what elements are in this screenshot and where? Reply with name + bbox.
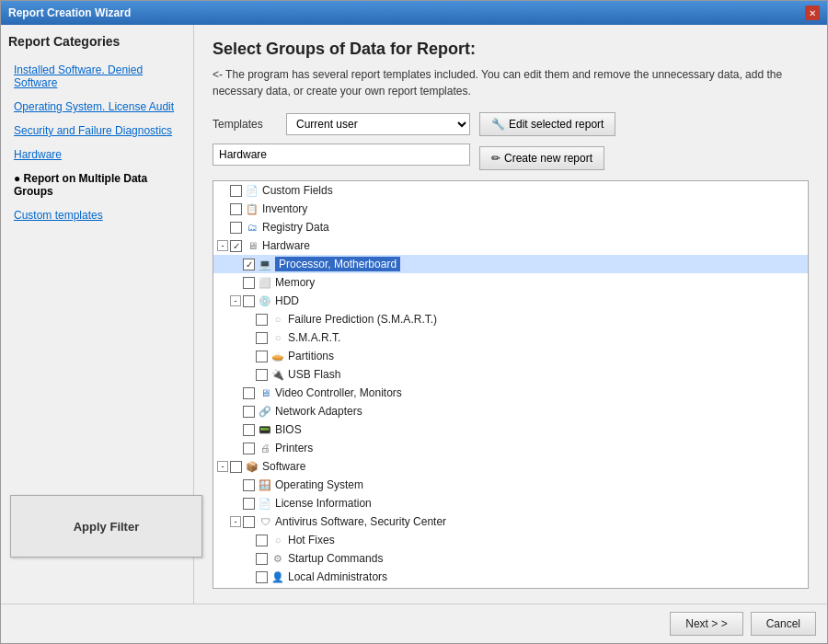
checkbox-partitions[interactable] <box>256 351 268 362</box>
report-name-input[interactable] <box>213 144 470 166</box>
checkbox-hardware[interactable] <box>230 240 242 252</box>
checkbox-smart[interactable] <box>256 332 268 344</box>
label-hot-fixes: Hot Fixes <box>288 534 335 546</box>
icon-usb-flash: 🔌 <box>270 367 285 382</box>
checkbox-startup-commands[interactable] <box>256 553 268 565</box>
checkbox-hot-fixes[interactable] <box>256 535 268 546</box>
checkbox-network-adapters[interactable] <box>243 406 255 418</box>
checkbox-printers[interactable] <box>243 443 255 454</box>
tree-item-antivirus[interactable]: - 🛡 Antivirus Software, Security Center <box>213 512 808 531</box>
tree-item-video-controller[interactable]: 🖥 Video Controller, Monitors <box>213 384 808 402</box>
tree-item-local-admins[interactable]: 👤 Local Administrators <box>213 568 808 586</box>
sidebar-item-hardware[interactable]: Hardware <box>8 144 186 165</box>
icon-video-controller: 🖥 <box>258 385 272 400</box>
tree-item-network-adapters[interactable]: 🔗 Network Adapters <box>213 402 808 420</box>
create-report-label: Create new report <box>504 152 592 165</box>
tree-item-smart[interactable]: ○ S.M.A.R.T. <box>213 328 808 347</box>
checkbox-software[interactable] <box>230 461 242 473</box>
icon-hdd: 💿 <box>258 293 272 308</box>
sidebar-item-multiple-data-groups[interactable]: Report on Multiple Data Groups <box>8 168 186 201</box>
sidebar-item-security[interactable]: Security and Failure Diagnostics <box>8 121 186 141</box>
icon-network-adapters: 🔗 <box>258 404 272 419</box>
tree-item-hot-fixes[interactable]: ○ Hot Fixes <box>213 531 808 549</box>
apply-filter-button[interactable]: Apply Filter <box>10 495 202 558</box>
label-partitions: Partitions <box>288 350 334 362</box>
icon-shares: ○ <box>270 588 285 589</box>
tree-item-printers[interactable]: 🖨 Printers <box>213 439 808 457</box>
label-printers: Printers <box>275 442 313 454</box>
tree-item-partitions[interactable]: 🥧 Partitions <box>213 347 808 365</box>
label-software: Software <box>262 460 305 473</box>
checkbox-registry-data[interactable] <box>230 222 242 234</box>
checkbox-license-info[interactable] <box>243 498 255 510</box>
checkbox-inventory[interactable] <box>230 203 242 215</box>
tree-item-hdd[interactable]: - 💿 HDD <box>213 292 808 310</box>
create-report-button[interactable]: ✏ Create new report <box>479 146 604 170</box>
close-button[interactable]: ✕ <box>805 6 820 20</box>
checkbox-processor[interactable] <box>243 259 255 270</box>
tree-item-failure-prediction[interactable]: ○ Failure Prediction (S.M.A.R.T.) <box>213 310 808 328</box>
edit-report-button[interactable]: 🔧 Edit selected report <box>479 112 615 136</box>
edit-icon: 🔧 <box>491 118 505 131</box>
icon-software: 📦 <box>245 459 259 474</box>
checkbox-local-admins[interactable] <box>256 571 268 583</box>
checkbox-memory[interactable] <box>243 277 255 289</box>
checkbox-video-controller[interactable] <box>243 387 255 399</box>
sidebar-item-custom-templates[interactable]: Custom templates <box>8 205 186 225</box>
tree-item-software[interactable]: - 📦 Software <box>213 457 808 476</box>
sidebar-item-installed-software[interactable]: Installed Software. Denied Software <box>8 60 186 93</box>
label-antivirus: Antivirus Software, Security Center <box>275 515 446 528</box>
label-network-adapters: Network Adapters <box>275 405 362 418</box>
icon-bios: 📟 <box>258 422 272 437</box>
tree-item-startup-commands[interactable]: ⚙ Startup Commands <box>213 549 808 568</box>
label-os: Operating System <box>275 478 363 491</box>
title-bar: Report Creation Wizard ✕ <box>1 1 827 25</box>
checkbox-hdd[interactable] <box>243 295 255 307</box>
tree-item-registry-data[interactable]: 🗂 Registry Data <box>213 218 808 236</box>
tree-item-shares[interactable]: ○ Shares <box>213 586 808 589</box>
window-title: Report Creation Wizard <box>8 6 131 19</box>
label-startup-commands: Startup Commands <box>288 552 383 565</box>
label-registry-data: Registry Data <box>262 221 329 234</box>
label-processor: Processor, Motherboard <box>275 257 400 271</box>
checkbox-bios[interactable] <box>243 424 255 436</box>
checkbox-failure-prediction[interactable] <box>256 314 268 326</box>
tree-item-hardware[interactable]: - 🖥 Hardware <box>213 236 808 255</box>
templates-label: Templates <box>213 118 277 131</box>
checkbox-usb-flash[interactable] <box>256 369 268 381</box>
icon-hot-fixes: ○ <box>270 533 285 547</box>
tree-item-license-info[interactable]: 📄 License Information <box>213 494 808 512</box>
tree-item-bios[interactable]: 📟 BIOS <box>213 420 808 439</box>
templates-select[interactable]: Current user All users <box>286 113 470 135</box>
tree-item-os[interactable]: 🪟 Operating System <box>213 476 808 494</box>
tree-container[interactable]: 📄 Custom Fields 📋 Inventory 🗂 Registry D… <box>213 180 809 589</box>
tree-item-usb-flash[interactable]: 🔌 USB Flash <box>213 365 808 384</box>
main-title: Select Groups of Data for Report: <box>213 40 809 59</box>
bottom-bar: Next > > Cancel <box>1 604 827 643</box>
checkbox-custom-fields[interactable] <box>230 185 242 197</box>
icon-os: 🪟 <box>258 477 272 492</box>
templates-row: Templates Current user All users 🔧 Edit … <box>213 112 809 136</box>
tree-item-memory[interactable]: ⬜ Memory <box>213 273 808 292</box>
expand-antivirus[interactable]: - <box>230 516 241 527</box>
tree-item-inventory[interactable]: 📋 Inventory <box>213 200 808 218</box>
sidebar-item-os-license[interactable]: Operating System. License Audit <box>8 97 186 117</box>
expand-software[interactable]: - <box>217 461 228 472</box>
icon-inventory: 📋 <box>245 201 259 216</box>
checkbox-os[interactable] <box>243 479 255 491</box>
expand-hdd[interactable]: - <box>230 295 241 306</box>
checkbox-antivirus[interactable] <box>243 516 255 528</box>
label-smart: S.M.A.R.T. <box>288 331 340 344</box>
sidebar: Report Categories Installed Software. De… <box>1 25 194 604</box>
sidebar-title: Report Categories <box>8 34 186 49</box>
next-button[interactable]: Next > > <box>670 612 742 636</box>
icon-partitions: 🥧 <box>270 349 285 363</box>
tree-item-processor[interactable]: 💻 Processor, Motherboard <box>213 255 808 273</box>
cancel-button[interactable]: Cancel <box>751 612 816 636</box>
tree-item-custom-fields[interactable]: 📄 Custom Fields <box>213 181 808 200</box>
expand-hardware[interactable]: - <box>217 240 228 251</box>
window: Report Creation Wizard ✕ Report Categori… <box>0 0 828 644</box>
icon-failure-prediction: ○ <box>270 312 285 327</box>
icon-hardware: 🖥 <box>245 238 259 253</box>
label-video-controller: Video Controller, Monitors <box>275 386 402 399</box>
